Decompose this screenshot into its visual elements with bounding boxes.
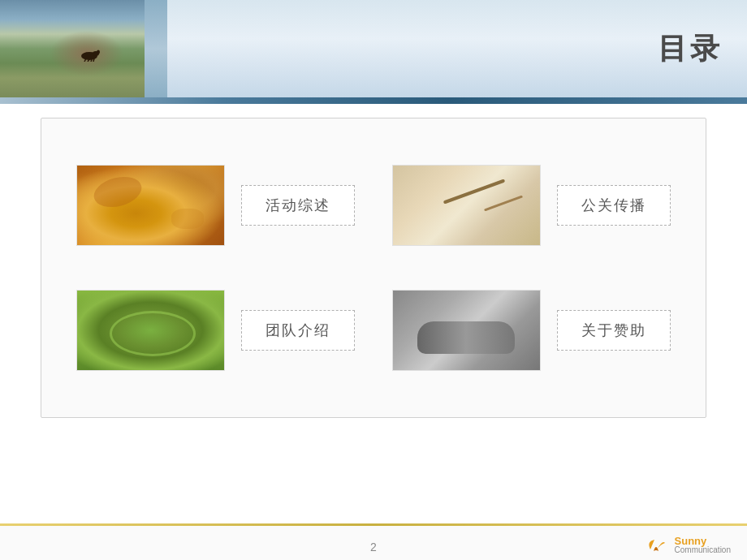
menu-cell-1: 活动综述 <box>58 143 374 268</box>
footer-logo: Sunny Communication <box>642 533 731 556</box>
logo-communication-text: Communication <box>675 546 731 554</box>
header-bottom-line <box>0 97 747 104</box>
menu-button-4[interactable]: 关于赞助 <box>557 310 671 351</box>
menu-button-3[interactable]: 团队介绍 <box>241 310 355 351</box>
menu-button-1[interactable]: 活动综述 <box>241 185 355 226</box>
logo-wrapper: Sunny Communication <box>642 533 731 556</box>
menu-cell-2: 公关传播 <box>374 143 689 268</box>
svg-point-6 <box>97 50 100 54</box>
horse-icon <box>78 47 101 62</box>
footer: 2 Sunny Communication <box>0 523 747 560</box>
menu-image-pencil <box>392 165 541 246</box>
menu-button-2[interactable]: 公关传播 <box>557 185 671 226</box>
menu-grid: 活动综述 公关传播 团队介绍 关于赞助 <box>41 118 706 417</box>
page-title: 目录 <box>658 29 723 69</box>
landscape-image <box>0 0 145 97</box>
header: 目录 <box>0 0 747 106</box>
menu-image-handshake <box>392 290 541 371</box>
menu-cell-3: 团队介绍 <box>58 268 374 393</box>
menu-image-grass <box>76 290 225 371</box>
logo-sunny-text: Sunny <box>675 536 731 546</box>
header-divider <box>145 0 167 97</box>
footer-line <box>0 523 747 526</box>
svg-line-4 <box>91 59 92 62</box>
logo-text-wrapper: Sunny Communication <box>675 536 731 554</box>
menu-image-map <box>76 165 225 246</box>
logo-bird-icon <box>642 533 671 556</box>
main-content: 活动综述 公关传播 团队介绍 关于赞助 <box>41 118 706 418</box>
header-photo <box>0 0 145 97</box>
menu-cell-4: 关于赞助 <box>374 268 689 393</box>
svg-line-5 <box>93 58 94 62</box>
page-number: 2 <box>370 541 377 554</box>
header-title-bar: 目录 <box>167 0 747 97</box>
